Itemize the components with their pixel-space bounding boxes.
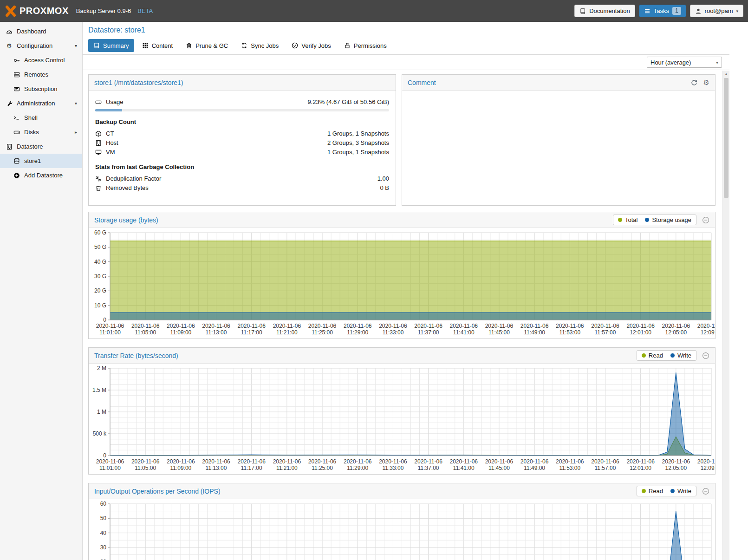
documentation-button[interactable]: Documentation [574, 5, 635, 17]
svg-text:50: 50 [100, 515, 107, 521]
sidebar-item-dashboard[interactable]: Dashboard [0, 24, 82, 39]
vm-label: VM [106, 149, 115, 156]
tab-permissions[interactable]: Permissions [339, 39, 392, 52]
legend-item-total[interactable]: Total [618, 216, 637, 223]
svg-text:11:33:00: 11:33:00 [382, 465, 403, 471]
gear-icon[interactable]: ⚙ [703, 78, 709, 87]
tasks-button[interactable]: Tasks 1 [639, 5, 686, 17]
collapse-icon[interactable] [702, 216, 709, 224]
svg-text:11:01:00: 11:01:00 [99, 465, 121, 471]
transfer-rate-panel: Transfer Rate (bytes/second) Read Write [88, 347, 715, 475]
svg-text:11:13:00: 11:13:00 [206, 329, 227, 336]
legend-dot [645, 218, 649, 222]
building-icon [95, 140, 102, 146]
ct-label: CT [106, 130, 114, 137]
svg-text:30: 30 [100, 544, 107, 551]
svg-text:2020-11-06: 2020-11-06 [273, 323, 301, 329]
svg-text:11:29:00: 11:29:00 [347, 329, 368, 336]
tab-summary[interactable]: Summary [88, 39, 134, 52]
legend-label: Write [677, 488, 691, 495]
ct-value: 1 Groups, 1 Snapshots [327, 130, 389, 137]
legend-item-read[interactable]: Read [642, 488, 663, 495]
legend-item-write[interactable]: Write [670, 352, 691, 359]
host-label: Host [106, 139, 118, 146]
sidebar-item-label: Dashboard [17, 28, 46, 35]
svg-text:2020-11-06: 2020-11-06 [520, 323, 549, 329]
svg-text:11:09:00: 11:09:00 [170, 465, 191, 471]
sidebar: Dashboard ⚙ Configuration ▾ Access Contr… [0, 22, 83, 560]
svg-text:2020-11-06: 2020-11-06 [520, 458, 549, 465]
legend-dot [642, 489, 646, 493]
hdd-icon [95, 99, 102, 105]
svg-text:11:53:00: 11:53:00 [559, 465, 580, 471]
svg-text:2020-11-06: 2020-11-06 [96, 323, 124, 329]
comment-panel: Comment ⚙ [402, 74, 715, 206]
svg-text:11:17:00: 11:17:00 [241, 329, 262, 336]
svg-text:11:25:00: 11:25:00 [312, 465, 333, 471]
key-icon [13, 57, 20, 64]
refresh-icon[interactable] [690, 79, 698, 86]
sidebar-item-label: Configuration [17, 42, 52, 49]
transfer-rate-chart: 0500 k1 M1.5 M2 M2020-11-0611:01:002020-… [89, 364, 715, 474]
svg-text:11:41:00: 11:41:00 [453, 465, 475, 471]
svg-text:11:01:00: 11:01:00 [99, 329, 121, 336]
tasks-list-icon [644, 8, 650, 14]
tab-verify-jobs[interactable]: Verify Jobs [286, 39, 336, 52]
sidebar-item-disks[interactable]: Disks ▸ [0, 125, 82, 139]
tab-content[interactable]: Content [137, 39, 178, 52]
legend-item-read[interactable]: Read [642, 352, 663, 359]
legend-label: Storage usage [652, 216, 691, 223]
scrollbar-thumb[interactable] [724, 78, 728, 198]
svg-text:0: 0 [103, 452, 106, 459]
tab-sync-jobs[interactable]: Sync Jobs [236, 39, 284, 52]
vertical-scrollbar[interactable]: ▲ [722, 71, 729, 560]
dashboard-gauge-icon [6, 28, 13, 35]
legend-label: Read [649, 352, 663, 359]
svg-text:2020-11-06: 2020-11-06 [167, 458, 195, 465]
product-version: Backup Server 0.9-6 [76, 7, 131, 14]
collapse-icon[interactable] [702, 352, 709, 359]
svg-text:2020-11-06: 2020-11-06 [450, 458, 478, 465]
proxmox-x-icon [5, 5, 17, 17]
legend-item-storage-usage[interactable]: Storage usage [645, 216, 691, 223]
removed-bytes-value: 0 B [380, 184, 389, 191]
sidebar-item-subscription[interactable]: Subscription [0, 82, 82, 96]
svg-text:12:09:00: 12:09:00 [701, 329, 715, 336]
sidebar-item-datastore[interactable]: Datastore [0, 139, 82, 154]
tab-prune-gc[interactable]: Prune & GC [181, 39, 233, 52]
svg-text:11:29:00: 11:29:00 [347, 465, 368, 471]
sidebar-item-add-datastore[interactable]: Add Datastore [0, 168, 82, 182]
unlock-icon [344, 42, 351, 49]
sidebar-item-access-control[interactable]: Access Control [0, 53, 82, 67]
main-area: Datastore: store1 Summary Content Prune … [83, 22, 748, 560]
scroll-up-arrow-icon[interactable]: ▲ [723, 71, 729, 78]
legend-label: Write [677, 352, 691, 359]
chart-title: Input/Output Operations per Second (IOPS… [94, 488, 221, 495]
user-menu-button[interactable]: root@pam ▾ [690, 5, 743, 17]
documentation-label: Documentation [589, 7, 630, 14]
legend-dot [670, 489, 675, 493]
legend-dot [618, 218, 622, 222]
tab-label: Sync Jobs [251, 42, 279, 49]
time-range-value: Hour (average) [650, 59, 691, 66]
chart-title: Transfer Rate (bytes/second) [94, 352, 178, 359]
time-range-select[interactable]: Hour (average) ▾ [647, 57, 722, 68]
sidebar-item-shell[interactable]: Shell [0, 111, 82, 125]
sidebar-item-administration[interactable]: Administration ▾ [0, 96, 82, 111]
removed-bytes-row: Removed Bytes 0 B [95, 183, 389, 192]
svg-text:2020-11-06: 2020-11-06 [556, 323, 584, 329]
sidebar-item-remotes[interactable]: Remotes [0, 67, 82, 82]
collapse-icon[interactable] [702, 488, 709, 495]
legend-item-write[interactable]: Write [670, 488, 691, 495]
svg-text:11:53:00: 11:53:00 [559, 329, 580, 336]
svg-text:2020-11-06: 2020-11-06 [450, 323, 478, 329]
svg-text:2020-11-06: 2020-11-06 [626, 323, 655, 329]
sidebar-item-configuration[interactable]: ⚙ Configuration ▾ [0, 39, 82, 53]
sidebar-item-store1[interactable]: store1 [0, 154, 82, 168]
sidebar-item-label: Shell [24, 114, 38, 121]
comment-content[interactable] [402, 91, 715, 205]
caret-down-icon: ▾ [75, 43, 77, 48]
svg-text:40: 40 [100, 530, 107, 536]
beta-label: BETA [137, 7, 153, 14]
svg-text:20 G: 20 G [94, 287, 106, 294]
